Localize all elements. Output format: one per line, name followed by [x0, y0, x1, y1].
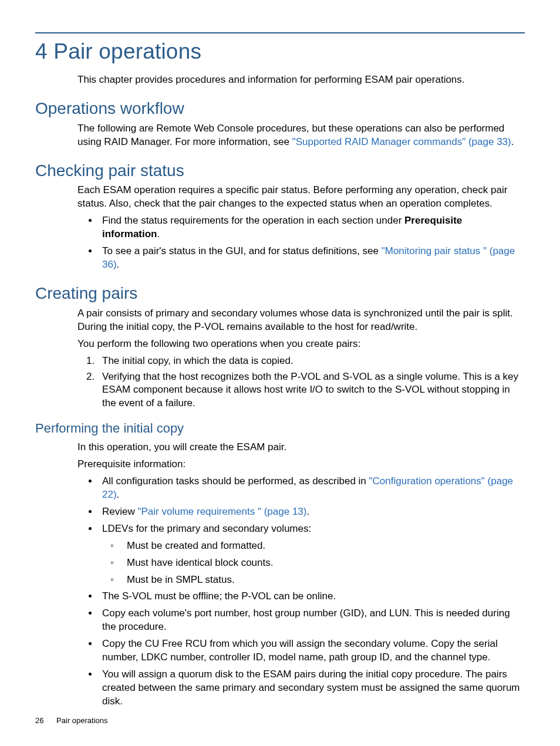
- perform-paragraph-2: Prerequisite information:: [77, 458, 522, 471]
- list-item: Must have identical block counts.: [123, 556, 522, 570]
- list-item: Must be created and formatted.: [123, 539, 522, 553]
- list-item: Review "Pair volume requirements " (page…: [99, 505, 522, 519]
- list-item: The S-VOL must be offline; the P-VOL can…: [99, 590, 522, 603]
- text: LDEVs for the primary and secondary volu…: [102, 523, 311, 534]
- creating-body: A pair consists of primary and secondary…: [77, 307, 522, 411]
- perform-body: In this operation, you will create the E…: [77, 441, 522, 708]
- text: .: [117, 259, 120, 270]
- workflow-body: The following are Remote Web Console pro…: [77, 122, 522, 149]
- document-page: 4 Pair operations This chapter provides …: [0, 0, 560, 746]
- creating-paragraph-1: A pair consists of primary and secondary…: [77, 307, 522, 334]
- text: .: [306, 506, 309, 517]
- list-item: Find the status requirements for the ope…: [99, 214, 522, 241]
- heading-checking-pair-status: Checking pair status: [35, 160, 525, 182]
- top-rule: [35, 32, 525, 33]
- ldev-sub-bullets: Must be created and formatted. Must have…: [102, 539, 522, 587]
- list-item: All configuration tasks should be perfor…: [99, 475, 522, 502]
- text: .: [117, 489, 120, 500]
- heading-1: 4 Pair operations: [35, 37, 525, 66]
- heading-performing-initial-copy: Performing the initial copy: [35, 420, 525, 437]
- text: To see a pair's status in the GUI, and f…: [102, 245, 382, 256]
- text: Find the status requirements for the ope…: [102, 215, 404, 226]
- heading-operations-workflow: Operations workflow: [35, 97, 525, 120]
- text: All configuration tasks should be perfor…: [102, 475, 369, 487]
- link-supported-raid-manager[interactable]: "Supported RAID Manager commands" (page …: [292, 136, 511, 147]
- list-item: Copy the CU Free RCU from which you will…: [99, 637, 522, 664]
- text: .: [511, 136, 514, 147]
- text: Review: [102, 506, 137, 517]
- perform-bullets: All configuration tasks should be perfor…: [77, 475, 522, 708]
- list-item: To see a pair's status in the GUI, and f…: [99, 245, 522, 272]
- intro-text: This chapter provides procedures and inf…: [77, 73, 522, 87]
- list-item: The initial copy, in which the data is c…: [97, 355, 522, 368]
- creating-ordered-list: The initial copy, in which the data is c…: [77, 355, 522, 411]
- link-pair-volume-requirements[interactable]: "Pair volume requirements " (page 13): [137, 506, 306, 517]
- list-item: Copy each volume's port number, host gro…: [99, 607, 522, 634]
- list-item: Verifying that the host recognizes both …: [97, 370, 522, 411]
- list-item: LDEVs for the primary and secondary volu…: [99, 522, 522, 587]
- creating-paragraph-2: You perform the following two operations…: [77, 337, 522, 351]
- text: .: [157, 228, 160, 239]
- workflow-paragraph: The following are Remote Web Console pro…: [77, 122, 522, 149]
- page-footer: 26 Pair operations: [35, 715, 108, 726]
- footer-label: Pair operations: [56, 716, 107, 725]
- list-item: You will assign a quorum disk to the ESA…: [99, 668, 522, 708]
- checking-body: Each ESAM operation requires a specific …: [77, 184, 522, 272]
- heading-creating-pairs: Creating pairs: [35, 282, 525, 305]
- intro-block: This chapter provides procedures and inf…: [77, 73, 522, 87]
- page-number: 26: [35, 716, 43, 725]
- perform-paragraph-1: In this operation, you will create the E…: [77, 441, 522, 454]
- checking-paragraph: Each ESAM operation requires a specific …: [77, 184, 522, 211]
- checking-bullets: Find the status requirements for the ope…: [77, 214, 522, 272]
- list-item: Must be in SMPL status.: [123, 573, 522, 587]
